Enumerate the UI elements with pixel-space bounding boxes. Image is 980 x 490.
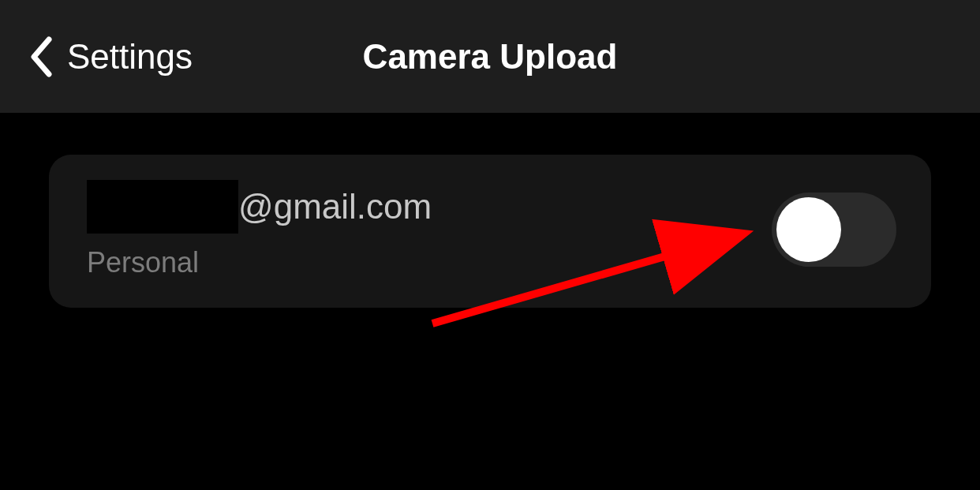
- account-email: @gmail.com: [87, 180, 432, 234]
- email-domain: @gmail.com: [238, 187, 432, 226]
- content-area: @gmail.com Personal: [0, 113, 980, 308]
- redacted-email-prefix: [87, 180, 238, 234]
- toggle-knob: [776, 197, 841, 262]
- back-button[interactable]: Settings: [29, 36, 193, 77]
- header-bar: Settings Camera Upload: [0, 0, 980, 113]
- chevron-left-icon: [29, 36, 53, 77]
- back-label: Settings: [67, 37, 193, 77]
- page-title: Camera Upload: [363, 37, 618, 77]
- account-info: @gmail.com Personal: [87, 180, 432, 279]
- account-card: @gmail.com Personal: [49, 155, 931, 308]
- account-type-label: Personal: [87, 246, 432, 279]
- camera-upload-toggle[interactable]: [772, 193, 896, 267]
